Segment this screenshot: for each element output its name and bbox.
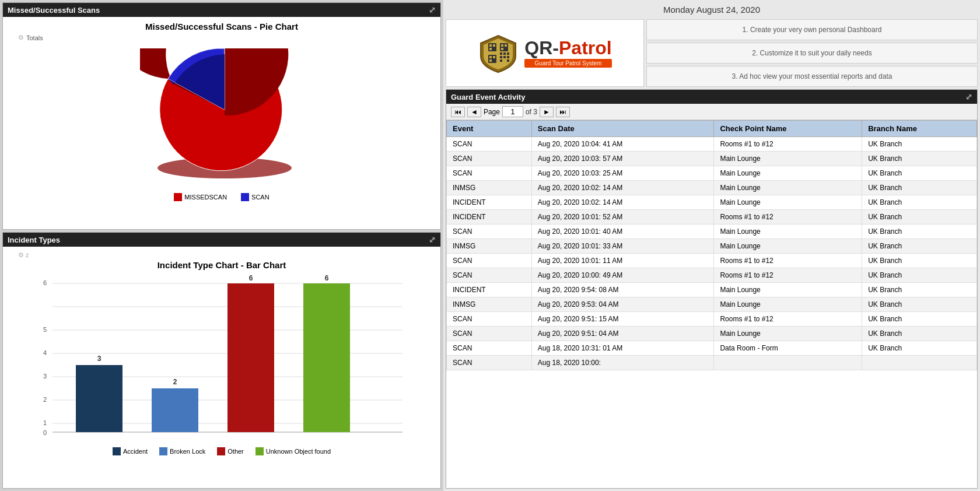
date-header: Monday August 24, 2020 bbox=[443, 0, 980, 19]
cell-branch: UK Branch bbox=[862, 341, 977, 356]
table-row: INMSGAug 20, 2020 9:53: 04 AMMain Lounge… bbox=[447, 297, 977, 312]
table-row: SCANAug 20, 2020 10:04: 41 AMRooms #1 to… bbox=[447, 137, 977, 152]
legend-missedscan-color bbox=[174, 193, 182, 201]
event-activity-header: Guard Event Activity ⤢ bbox=[446, 90, 977, 104]
svg-rect-33 bbox=[489, 56, 492, 58]
svg-text:5: 5 bbox=[43, 326, 47, 333]
svg-rect-26 bbox=[493, 44, 495, 47]
svg-rect-20 bbox=[228, 283, 274, 432]
cell-checkPoint: Main Lounge bbox=[714, 195, 862, 210]
next-page-button[interactable]: ► bbox=[540, 107, 554, 117]
page-input[interactable] bbox=[502, 106, 523, 117]
cell-branch: UK Branch bbox=[862, 312, 977, 327]
bar-chart-expand-icon[interactable]: ⤢ bbox=[429, 235, 436, 244]
cell-checkPoint: Main Lounge bbox=[714, 225, 862, 239]
cell-scanDate: Aug 18, 2020 10:31: 01 AM bbox=[531, 341, 714, 356]
pie-totals-label: Totals bbox=[26, 34, 43, 41]
cell-scanDate: Aug 18, 2020 10:00: bbox=[531, 356, 714, 370]
svg-rect-37 bbox=[503, 52, 506, 55]
cell-event: INMSG bbox=[447, 239, 532, 254]
svg-text:1: 1 bbox=[43, 419, 47, 426]
bar-chart-body: ⚙ z Incident Type Chart - Bar Chart bbox=[3, 247, 440, 486]
cell-scanDate: Aug 20, 2020 9:54: 08 AM bbox=[531, 283, 714, 297]
table-row: INCIDENTAug 20, 2020 10:01: 52 AMRooms #… bbox=[447, 210, 977, 225]
legend-accident-color bbox=[113, 447, 121, 455]
legend-scan: SCAN bbox=[241, 193, 270, 201]
event-table-wrapper[interactable]: Event Scan Date Check Point Name Branch … bbox=[446, 120, 977, 488]
svg-rect-34 bbox=[493, 56, 495, 58]
cell-branch: UK Branch bbox=[862, 152, 977, 166]
svg-rect-39 bbox=[500, 56, 502, 58]
col-scan-date: Scan Date bbox=[531, 121, 714, 137]
event-activity-expand-icon[interactable]: ⤢ bbox=[965, 92, 972, 101]
right-panel: Monday August 24, 2020 bbox=[443, 0, 980, 491]
legend-broken-lock-color bbox=[159, 447, 167, 455]
cell-checkPoint: Rooms #1 to #12 bbox=[714, 312, 862, 327]
cell-scanDate: Aug 20, 2020 10:01: 52 AM bbox=[531, 210, 714, 225]
cell-event: SCAN bbox=[447, 356, 532, 370]
svg-rect-43 bbox=[507, 59, 509, 62]
cell-checkPoint: Main Lounge bbox=[714, 327, 862, 341]
table-row: INCIDENTAug 20, 2020 10:02: 14 AMMain Lo… bbox=[447, 195, 977, 210]
cell-checkPoint: Data Room - Form bbox=[714, 341, 862, 356]
cell-event: SCAN bbox=[447, 152, 532, 166]
svg-rect-18 bbox=[152, 388, 198, 432]
svg-text:2: 2 bbox=[43, 396, 47, 403]
table-row: INCIDENTAug 20, 2020 9:54: 08 AMMain Lou… bbox=[447, 283, 977, 297]
cell-scanDate: Aug 20, 2020 10:01: 11 AM bbox=[531, 254, 714, 268]
legend-unknown-object-label: Unknown Object found bbox=[266, 448, 331, 455]
table-row: INMSGAug 20, 2020 10:02: 14 AMMain Loung… bbox=[447, 181, 977, 195]
bar-chart-subtitle: Incident Type Chart - Bar Chart bbox=[12, 260, 431, 270]
svg-rect-41 bbox=[507, 56, 509, 58]
cell-event: INMSG bbox=[447, 181, 532, 195]
middle-section: QR-Patrol Guard Tour Patrol System 1. Cr… bbox=[443, 19, 980, 87]
cell-event: INCIDENT bbox=[447, 195, 532, 210]
table-row: INMSGAug 20, 2020 10:01: 33 AMMain Loung… bbox=[447, 239, 977, 254]
cell-checkPoint: Main Lounge bbox=[714, 239, 862, 254]
pie-chart-svg bbox=[140, 48, 303, 183]
cell-branch: UK Branch bbox=[862, 137, 977, 152]
legend-other-label: Other bbox=[228, 448, 244, 455]
col-event: Event bbox=[447, 121, 532, 137]
col-checkpoint: Check Point Name bbox=[714, 121, 862, 137]
legend-scan-label: SCAN bbox=[251, 194, 270, 201]
event-activity-panel: Guard Event Activity ⤢ ⏮ ◄ Page of 3 ► ⏭… bbox=[446, 89, 978, 489]
cell-scanDate: Aug 20, 2020 9:51: 04 AM bbox=[531, 327, 714, 341]
table-row: SCANAug 20, 2020 10:01: 11 AMRooms #1 to… bbox=[447, 254, 977, 268]
pie-settings-icon[interactable]: ⚙ bbox=[18, 34, 24, 41]
first-page-button[interactable]: ⏮ bbox=[451, 107, 465, 117]
bar-chart-area: 6 5 4 3 2 1 0 3 2 bbox=[12, 275, 431, 444]
table-row: SCANAug 20, 2020 10:03: 25 AMMain Lounge… bbox=[447, 166, 977, 181]
svg-text:2: 2 bbox=[173, 378, 177, 386]
legend-other: Other bbox=[217, 447, 244, 455]
cell-scanDate: Aug 20, 2020 10:04: 41 AM bbox=[531, 137, 714, 152]
svg-rect-36 bbox=[500, 52, 502, 55]
cell-event: INMSG bbox=[447, 297, 532, 312]
legend-unknown-object-color bbox=[256, 447, 264, 455]
pie-chart-expand-icon[interactable]: ⤢ bbox=[429, 5, 436, 15]
legend-missedscan: MISSEDSCAN bbox=[174, 193, 227, 201]
cell-scanDate: Aug 20, 2020 10:02: 14 AM bbox=[531, 195, 714, 210]
svg-rect-31 bbox=[501, 48, 503, 50]
cell-branch: UK Branch bbox=[862, 166, 977, 181]
cell-checkPoint: Rooms #1 to #12 bbox=[714, 254, 862, 268]
svg-rect-42 bbox=[500, 59, 502, 62]
info-panel: 1. Create your very own personal Dashboa… bbox=[646, 19, 978, 87]
cell-checkPoint: Main Lounge bbox=[714, 152, 862, 166]
cell-scanDate: Aug 20, 2020 10:00: 49 AM bbox=[531, 268, 714, 283]
legend-accident-label: Accident bbox=[123, 448, 148, 455]
page-label: Page bbox=[484, 108, 500, 116]
cell-scanDate: Aug 20, 2020 9:51: 15 AM bbox=[531, 312, 714, 327]
cell-branch: UK Branch bbox=[862, 327, 977, 341]
cell-scanDate: Aug 20, 2020 10:03: 57 AM bbox=[531, 152, 714, 166]
prev-page-button[interactable]: ◄ bbox=[467, 107, 481, 117]
pie-legend: MISSEDSCAN SCAN bbox=[12, 193, 431, 201]
cell-event: SCAN bbox=[447, 137, 532, 152]
bar-chart-legend: Accident Broken Lock Other Unknown Objec… bbox=[12, 447, 431, 455]
last-page-button[interactable]: ⏭ bbox=[556, 107, 570, 117]
legend-other-color bbox=[217, 447, 225, 455]
cell-checkPoint: Main Lounge bbox=[714, 166, 862, 181]
svg-text:6: 6 bbox=[43, 279, 47, 286]
bar-settings-icon[interactable]: ⚙ z bbox=[18, 251, 29, 259]
cell-branch bbox=[862, 356, 977, 370]
